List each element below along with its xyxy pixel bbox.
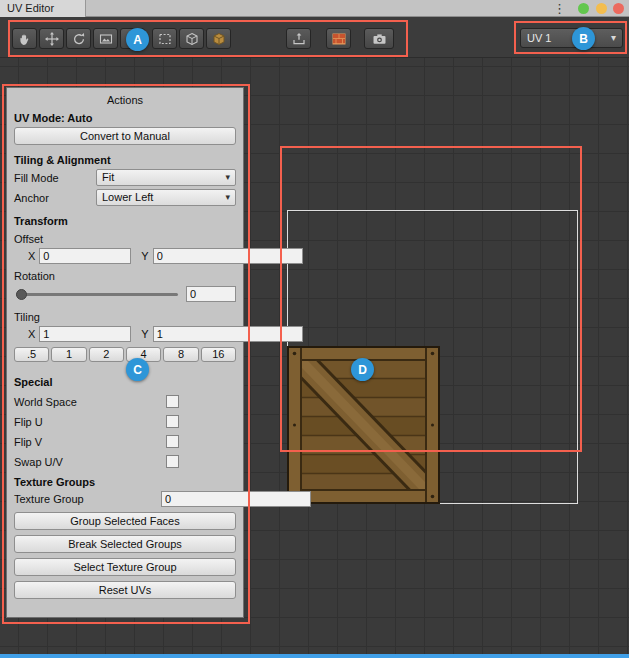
marquee-select-button[interactable] — [152, 28, 177, 49]
offset-label: Offset — [14, 233, 236, 245]
texture-group-field[interactable] — [161, 491, 311, 507]
break-selected-groups-button[interactable]: Break Selected Groups — [14, 535, 236, 553]
rotate-tool-button[interactable] — [66, 28, 91, 49]
cube-shaded-button[interactable] — [206, 28, 231, 49]
traffic-light-red[interactable] — [613, 3, 624, 14]
camera-icon — [372, 32, 387, 46]
group-selected-faces-button[interactable]: Group Selected Faces — [14, 512, 236, 530]
bottom-accent-bar — [0, 654, 629, 658]
fill-mode-label: Fill Mode — [14, 172, 96, 184]
uv-mode-label: UV Mode: Auto — [14, 112, 236, 124]
window-menu-icon[interactable]: ⋮ — [553, 0, 566, 17]
fill-mode-value: Fit — [102, 170, 114, 185]
convert-to-manual-button[interactable]: Convert to Manual — [14, 127, 236, 145]
rotation-slider-thumb[interactable] — [16, 289, 27, 300]
flip-v-checkbox[interactable] — [166, 435, 179, 448]
traffic-light-green[interactable] — [578, 3, 589, 14]
flip-u-checkbox[interactable] — [166, 415, 179, 428]
offset-y-label: Y — [141, 250, 148, 262]
cube-wireframe-button[interactable] — [179, 28, 204, 49]
annotation-marker-d: D — [351, 358, 374, 381]
uv-editor-tab[interactable]: UV Editor — [0, 0, 86, 17]
panel-title: Actions — [14, 94, 236, 106]
offset-x-label: X — [28, 250, 35, 262]
anchor-label: Anchor — [14, 192, 96, 204]
tiling-label: Tiling — [14, 311, 236, 323]
tiling-x-field[interactable] — [39, 326, 131, 342]
tiling-preset-button[interactable]: 16 — [201, 347, 236, 362]
rotate-icon — [72, 32, 86, 46]
annotation-marker-b: B — [572, 27, 595, 50]
actions-panel: Actions UV Mode: Auto Convert to Manual … — [6, 87, 244, 618]
hand-icon — [18, 32, 32, 46]
annotation-marker-a: A — [126, 28, 149, 51]
uv-channel-value: UV 1 — [527, 29, 551, 47]
project-uv-button[interactable] — [286, 28, 311, 49]
tiling-y-field[interactable] — [153, 326, 303, 342]
anchor-value: Lower Left — [102, 190, 153, 205]
image-fit-icon — [99, 32, 113, 46]
chevron-down-icon: ▾ — [611, 29, 616, 47]
reset-uvs-button[interactable]: Reset UVs — [14, 581, 236, 599]
texture-preview-icon — [332, 32, 346, 46]
tiling-y-label: Y — [141, 328, 148, 340]
marquee-select-icon — [158, 32, 172, 46]
texture-preview-button[interactable] — [326, 28, 351, 49]
flip-u-label: Flip U — [14, 416, 166, 428]
select-texture-group-button[interactable]: Select Texture Group — [14, 558, 236, 576]
texture-group-label: Texture Group — [14, 493, 161, 505]
chevron-down-icon: ▾ — [225, 170, 230, 185]
anchor-dropdown[interactable]: Lower Left ▾ — [96, 189, 236, 206]
fit-texture-button[interactable] — [93, 28, 118, 49]
rotation-slider[interactable] — [16, 293, 178, 296]
move-icon — [45, 32, 59, 46]
transform-header: Transform — [14, 215, 236, 227]
tiling-preset-button[interactable]: 8 — [163, 347, 198, 362]
tiling-alignment-header: Tiling & Alignment — [14, 154, 236, 166]
tiling-x-label: X — [28, 328, 35, 340]
rotation-label: Rotation — [14, 270, 236, 282]
swap-uv-label: Swap U/V — [14, 456, 166, 468]
swap-uv-checkbox[interactable] — [166, 455, 179, 468]
tiling-preset-button[interactable]: .5 — [14, 347, 49, 362]
flip-v-label: Flip V — [14, 436, 166, 448]
special-header: Special — [14, 376, 236, 388]
tiling-preset-button[interactable]: 1 — [51, 347, 86, 362]
annotation-marker-c: C — [126, 358, 149, 381]
offset-y-field[interactable] — [153, 248, 303, 264]
texture-groups-header: Texture Groups — [14, 476, 236, 488]
traffic-light-yellow[interactable] — [596, 3, 607, 14]
cube-shaded-icon — [212, 32, 226, 46]
project-uv-icon — [292, 32, 306, 46]
chevron-down-icon: ▾ — [225, 190, 230, 205]
fill-mode-dropdown[interactable]: Fit ▾ — [96, 169, 236, 186]
hand-tool-button[interactable] — [12, 28, 37, 49]
offset-x-field[interactable] — [39, 248, 131, 264]
world-space-checkbox[interactable] — [166, 395, 179, 408]
window-title-bar: UV Editor ⋮ — [0, 0, 629, 17]
cube-wireframe-icon — [185, 32, 199, 46]
tiling-preset-row: .5 1 2 4 8 16 — [14, 347, 236, 362]
tiling-preset-button[interactable]: 2 — [89, 347, 124, 362]
world-space-label: World Space — [14, 396, 166, 408]
move-tool-button[interactable] — [39, 28, 64, 49]
rotation-value-field[interactable] — [186, 286, 236, 302]
render-uv-template-button[interactable] — [364, 28, 394, 49]
